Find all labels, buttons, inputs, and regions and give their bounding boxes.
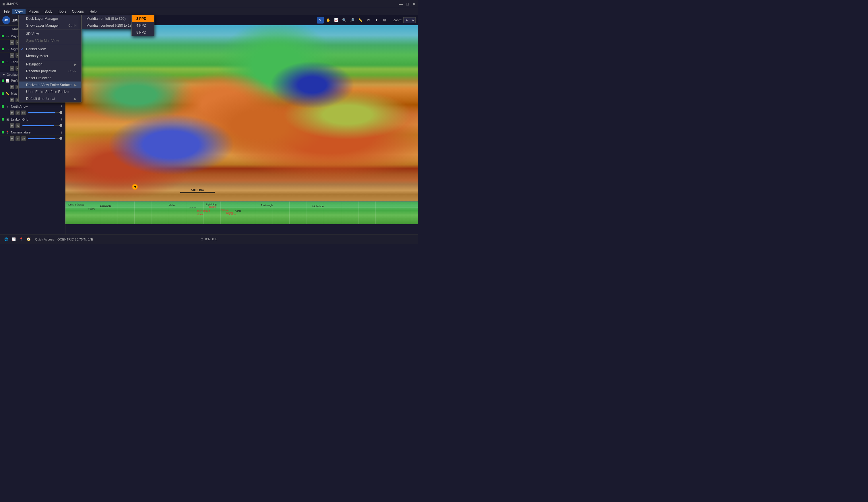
tool-export[interactable]: ⬆ [373, 17, 380, 23]
submenu-meridian-centered[interactable]: Meridian centered (-180 to 180) [82, 22, 139, 29]
panner-label-5: Gusev [189, 206, 196, 209]
app-icon: ▣ [2, 2, 5, 6]
opacity-slider-nomenclature[interactable] [28, 138, 62, 139]
menu-3d-view[interactable]: 3D View [19, 30, 81, 37]
layer-icon-latlon: ⊞ [5, 117, 10, 122]
close-button[interactable]: ✕ [412, 2, 416, 6]
quick-access-globe[interactable]: 🌐 [3, 237, 9, 242]
menu-body[interactable]: Body [42, 9, 55, 14]
layer-menu-nomenclature[interactable]: ⋮ [59, 130, 63, 135]
minimize-button[interactable]: — [399, 2, 403, 6]
tool-hand[interactable]: ✋ [325, 17, 332, 23]
mars-map-view[interactable]: 5000 km M P Du Martheray Escalante Palos… [65, 25, 418, 224]
layer-menu-northarrow[interactable]: ⋮ [59, 104, 63, 109]
tool-chart[interactable]: 📈 [333, 17, 340, 23]
layer-active-nighttime[interactable] [2, 48, 4, 50]
layer-active-scalebar[interactable] [2, 92, 4, 95]
tool-layers[interactable]: ⊞ [381, 17, 388, 23]
panner-grid [65, 201, 418, 224]
tool-cursor[interactable]: ↖ [317, 17, 324, 23]
check-3d [21, 32, 25, 36]
check-reset [21, 76, 25, 80]
opacity-slider-latlon[interactable] [22, 125, 62, 126]
layer-row-nomenclature: 📍 Nomenclature ⋮ [0, 129, 65, 136]
check-time [21, 97, 25, 101]
panner-label-7: Obock [220, 209, 228, 211]
check-nav [21, 62, 25, 66]
submenu-meridian-left[interactable]: Meridian on left (0 to 360) ▶ [82, 15, 139, 22]
menu-navigation[interactable]: Navigation ▶ [19, 61, 81, 68]
badge-r-northarrow[interactable]: ® [16, 111, 20, 115]
maximize-button[interactable]: □ [406, 2, 409, 6]
layer-menu-latlon[interactable]: ⋮ [59, 117, 63, 122]
menu-sync-3d: Sync 3D to MainView [19, 37, 81, 44]
tool-zoom-out[interactable]: 🔎 [349, 17, 356, 23]
badge-50-northarrow[interactable]: 50 [21, 111, 26, 115]
menu-tools[interactable]: Tools [55, 9, 69, 14]
quick-access-chart[interactable]: 📈 [11, 237, 17, 242]
layer-active-profile[interactable] [2, 80, 4, 82]
panner-label-11: Tombaugh [261, 204, 273, 207]
overlays-arrow: ▼ [2, 73, 6, 76]
layer-active-northarrow[interactable] [2, 105, 4, 108]
layer-active-nomenclature[interactable] [2, 131, 4, 134]
badge-m-scalebar[interactable]: M [10, 97, 14, 102]
status-coord-center: ⊞ 0°N, 0°E [200, 237, 218, 241]
label-recenter: Recenter projection [26, 69, 56, 73]
scale-bar: 5000 km [180, 188, 215, 192]
ppd-4[interactable]: 4 PPD [132, 22, 154, 29]
menu-help[interactable]: Help [87, 9, 100, 14]
menu-memory-meter[interactable]: Memory Meter [19, 53, 81, 60]
tool-zoom-in[interactable]: 🔍 [341, 17, 348, 23]
badge-m-northarrow[interactable]: M [10, 111, 14, 115]
opacity-slider-northarrow[interactable] [28, 112, 62, 113]
tool-eye[interactable]: 👁 [365, 17, 372, 23]
menu-panner-view[interactable]: ✔ Panner View [19, 46, 81, 53]
menu-file[interactable]: File [1, 9, 12, 14]
panner-label-13: Robert Sharp [195, 210, 210, 212]
quick-access-compass[interactable]: 🧭 [26, 237, 32, 242]
badge-m-thermal[interactable]: M [10, 66, 14, 71]
zoom-select[interactable]: 4 2 8 16 [403, 17, 416, 23]
menu-resize-surface[interactable]: Resize to View Entire Surface ▶ [19, 82, 81, 88]
menu-reset-projection[interactable]: Reset Projection [19, 75, 81, 82]
panner-label-2: Escalante [100, 205, 111, 207]
layer-active-daytime[interactable] [2, 35, 4, 37]
ppd-2[interactable]: 2 PPD [132, 15, 154, 22]
layer-icon-profile: 📈 [5, 79, 10, 83]
ppd-8[interactable]: 8 PPD [132, 29, 154, 36]
layer-active-latlon[interactable] [2, 118, 4, 121]
badge-3d-latlon[interactable]: 3D [16, 123, 20, 128]
badge-p-nomenclature[interactable]: P [16, 136, 20, 141]
badge-m-daytime[interactable]: M [10, 40, 14, 45]
ppd-submenu: 2 PPD 4 PPD 8 PPD [132, 15, 154, 36]
separator-3 [19, 60, 81, 60]
panner-label-15: Gumti [209, 206, 216, 208]
menu-recenter[interactable]: Recenter projection Ctrl-R [19, 68, 81, 75]
menu-dock-layer-manager[interactable]: Dock Layer Manager [19, 15, 81, 22]
layer-row-northarrow: ↑ North Arrow ⋮ [0, 103, 65, 110]
check-dock [21, 17, 25, 21]
label-resize: Resize to View Entire Surface [26, 83, 72, 87]
badge-m-profile[interactable]: M [10, 85, 14, 89]
menu-time-format[interactable]: Default time format ▶ [19, 95, 81, 102]
label-meridian-centered: Meridian centered (-180 to 180) [86, 23, 135, 28]
quick-access-location[interactable]: 📍 [18, 237, 24, 242]
menu-undo-resize[interactable]: Undo Entire Surface Resize [19, 88, 81, 95]
menu-options[interactable]: Options [69, 9, 87, 14]
menu-show-layer-manager[interactable]: Show Layer Manager Ctrl-H [19, 22, 81, 29]
badge-3d-nomenclature[interactable]: 3D [21, 136, 26, 141]
panner-label-9: Asau [235, 210, 241, 212]
arrow-time: ▶ [74, 97, 76, 101]
menu-view[interactable]: View [12, 9, 25, 14]
badge-m-nighttime[interactable]: M [10, 53, 14, 58]
label-3d: 3D View [26, 32, 39, 36]
layer-controls-northarrow: M ® 50 [0, 110, 65, 116]
tool-ruler[interactable]: 📏 [357, 17, 364, 23]
badge-m-nomenclature[interactable]: M [10, 136, 14, 141]
status-coord-left: OCENTRIC 25.75°N, 1°E [58, 238, 93, 241]
menu-places[interactable]: Places [25, 9, 42, 14]
badge-m-latlon[interactable]: M [10, 123, 14, 128]
layer-active-thermal[interactable] [2, 61, 4, 63]
check-recenter [21, 69, 25, 73]
